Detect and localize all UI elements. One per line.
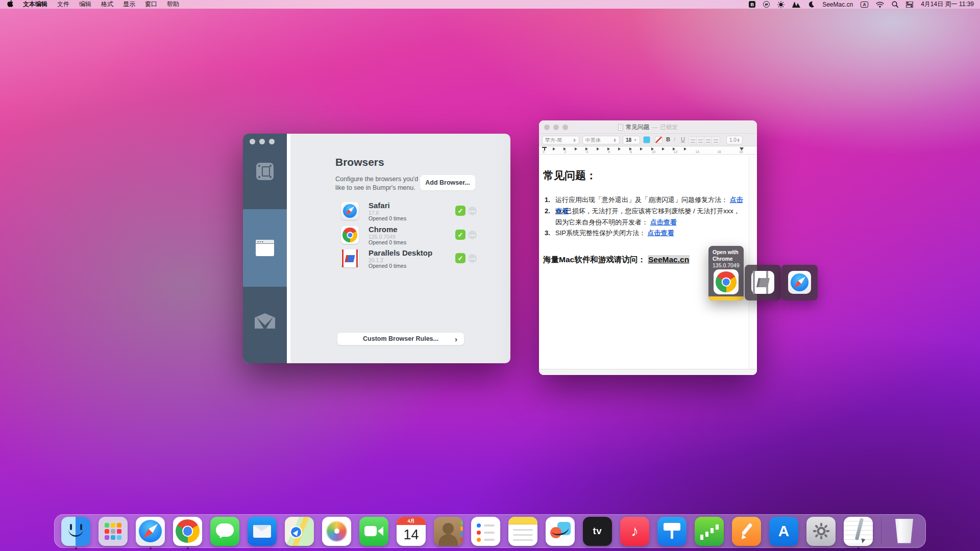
sync-menu-icon[interactable]: ⇄ <box>763 1 770 8</box>
ruler-left-margin-marker[interactable] <box>542 147 547 148</box>
finder-icon <box>61 517 90 546</box>
dock-item-facetime[interactable] <box>359 517 388 546</box>
sidebar-item-email[interactable] <box>243 313 287 329</box>
wifi-icon[interactable] <box>876 2 884 8</box>
trash-icon <box>894 519 915 543</box>
picker-option-chrome[interactable]: Open with Chrome 135.0.7049 <box>708 246 744 300</box>
dock-item-trash[interactable] <box>890 517 919 546</box>
font-size-select[interactable]: 18▼ <box>623 136 640 144</box>
dock-item-reminders[interactable] <box>471 517 500 546</box>
ruler-right-margin-marker[interactable] <box>740 147 744 151</box>
picker-highlight-bar <box>708 296 744 300</box>
parallels-toolbox-icon[interactable] <box>792 2 800 8</box>
menu-format[interactable]: 格式 <box>101 0 113 9</box>
typeface-select[interactable]: 中黑体▲▼ <box>582 136 620 144</box>
alignment-buttons[interactable] <box>689 136 720 144</box>
focus-moon-icon[interactable] <box>808 1 815 8</box>
document-proxy-icon <box>618 124 623 131</box>
menu-clock[interactable]: 4月14日 周一 11:39 <box>921 0 974 9</box>
menu-view[interactable]: 显示 <box>123 0 135 9</box>
font-family-select[interactable]: 苹方-简▲▼ <box>542 136 579 144</box>
launchpad-icon <box>99 517 128 546</box>
doc-list-item: 3. SIP系统完整性保护关闭方法： 点击查看 <box>545 228 745 239</box>
dock-item-settings[interactable] <box>806 517 836 546</box>
pages-icon <box>732 517 761 546</box>
dock-item-chrome[interactable] <box>173 517 202 546</box>
seemac-link[interactable]: SeeMac.cn <box>648 255 690 264</box>
appstore-icon: A <box>769 517 798 546</box>
text-highlight-pen-icon[interactable] <box>655 136 663 143</box>
dock-item-maps[interactable] <box>285 517 314 546</box>
appletv-icon: tv <box>583 517 612 546</box>
dock-item-safari[interactable] <box>136 517 165 546</box>
dock-item-freeform[interactable] <box>546 517 575 546</box>
dock-item-photos[interactable] <box>322 517 351 546</box>
dock-item-contacts[interactable] <box>434 517 463 546</box>
picker-option-parallels[interactable] <box>745 265 781 300</box>
dock-item-appstore[interactable]: A <box>769 517 798 546</box>
dock-item-finder[interactable] <box>61 517 90 546</box>
keynote-icon <box>657 517 687 546</box>
display-brightness-icon[interactable] <box>777 1 785 8</box>
spotlight-search-icon[interactable] <box>892 1 898 8</box>
bumpr-menu-icon[interactable]: B <box>749 1 755 8</box>
dock-item-textedit[interactable] <box>844 517 873 546</box>
safari-app-icon <box>341 202 359 220</box>
chrome-enabled-checkbox[interactable]: ✓ <box>455 230 465 240</box>
input-source-icon[interactable]: A <box>861 2 868 8</box>
bold-button[interactable]: B <box>666 136 670 142</box>
menu-app-name[interactable]: 文本编辑 <box>23 0 47 9</box>
apple-menu-icon[interactable] <box>7 0 13 9</box>
add-browser-button[interactable]: Add Browser... <box>420 175 475 190</box>
bumpr-window: Browsers Configure the browsers you'd li… <box>243 134 510 363</box>
doc-link[interactable]: 点击查看 <box>650 218 677 226</box>
seemac-menu-item[interactable]: SeeMac.cn <box>822 1 853 8</box>
menu-edit[interactable]: 编辑 <box>79 0 91 9</box>
photos-icon <box>322 517 351 546</box>
safari-options-button[interactable]: ●●● <box>468 207 477 215</box>
picker-option-safari[interactable] <box>781 265 818 300</box>
custom-browser-rules-button[interactable]: Custom Browser Rules... › <box>337 332 464 345</box>
dock-item-pages[interactable] <box>732 517 761 546</box>
control-center-icon[interactable] <box>906 2 913 8</box>
chevron-right-icon: › <box>455 335 457 343</box>
parallels-app-icon <box>341 249 359 267</box>
text-color-swatch[interactable] <box>643 136 650 143</box>
textedit-toolbar: 苹方-简▲▼ 中黑体▲▼ 18▼ B I U 1.0▲▼ <box>539 134 757 146</box>
page-title: Browsers <box>335 156 384 168</box>
ruler[interactable]: 024681012141618 <box>539 146 757 155</box>
dock-item-music[interactable]: ♪ <box>620 517 649 546</box>
dock-item-messages[interactable] <box>210 517 239 546</box>
parallels-options-button[interactable]: ●●● <box>468 254 477 263</box>
dock-item-mail[interactable] <box>248 517 277 546</box>
dock-item-appletv[interactable]: tv <box>583 517 612 546</box>
underline-button[interactable]: U <box>681 136 685 142</box>
dock-item-launchpad[interactable] <box>99 517 128 546</box>
menu-window[interactable]: 窗口 <box>145 0 157 9</box>
parallels-app-icon <box>751 271 774 294</box>
page-description: Configure the browsers you'd like to see… <box>335 175 418 192</box>
menu-help[interactable]: 帮助 <box>167 0 179 9</box>
line-spacing-select[interactable]: 1.0▲▼ <box>726 136 743 144</box>
calendar-icon: 4月 14 <box>397 517 426 546</box>
italic-button[interactable]: I <box>674 136 675 142</box>
menu-file[interactable]: 文件 <box>57 0 69 9</box>
safari-enabled-checkbox[interactable]: ✓ <box>455 206 465 216</box>
doc-link[interactable]: 点击查看 <box>648 229 674 237</box>
browser-row-chrome: Chrome 135.0.7049 Opened 0 times ✓ ●●● <box>243 226 510 248</box>
chrome-options-button[interactable]: ●●● <box>468 231 477 239</box>
dock-item-numbers[interactable] <box>695 517 724 546</box>
envelope-icon <box>255 313 275 329</box>
dock-item-calendar[interactable]: 4月 14 <box>397 517 426 546</box>
device-settings-icon <box>256 163 274 180</box>
sidebar-item-general[interactable] <box>243 163 287 180</box>
window-title: 常见问题 — 已锁定 <box>539 120 757 134</box>
sidebar-divider <box>287 134 290 363</box>
parallels-enabled-checkbox[interactable]: ✓ <box>455 253 465 263</box>
dock-item-keynote[interactable] <box>657 517 687 546</box>
window-traffic-lights[interactable] <box>250 139 275 144</box>
dock-separator <box>881 518 881 544</box>
dock-item-notes[interactable] <box>508 517 537 546</box>
window-footer <box>539 369 757 375</box>
scrollbar-gutter[interactable] <box>749 155 757 369</box>
